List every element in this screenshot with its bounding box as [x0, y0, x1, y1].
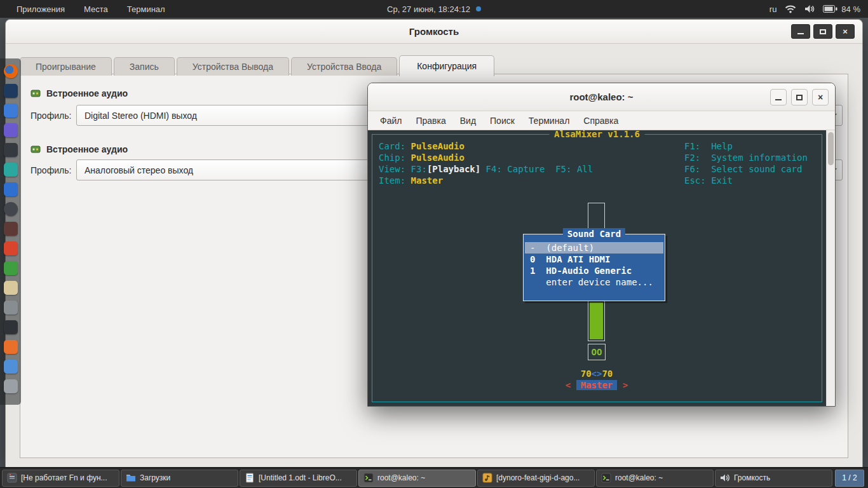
maximize-button[interactable]	[791, 89, 808, 105]
tab-recording[interactable]: Запись	[114, 57, 175, 76]
minimize-button[interactable]	[791, 24, 810, 39]
dock-games-icon[interactable]	[4, 202, 18, 216]
menu-search[interactable]: Поиск	[483, 113, 522, 128]
device-row: Встроенное аудио	[31, 144, 128, 154]
alsamixer-title: AlsaMixer v1.1.6	[549, 130, 645, 140]
system-tray: ru 84 %	[770, 4, 868, 14]
scrollbar-thumb[interactable]	[828, 132, 834, 165]
sound-card-option-enter-name[interactable]: enter device name...	[525, 276, 663, 288]
close-button[interactable]: ×	[812, 89, 829, 105]
help-esc: Esc: Exit	[684, 175, 808, 186]
dock-audio-icon[interactable]	[4, 301, 18, 315]
top-panel: Приложения Места Терминал Ср, 27 июня, 1…	[0, 0, 868, 18]
menu-file[interactable]: Файл	[373, 113, 409, 128]
terminal-icon	[601, 473, 611, 483]
dock-video-icon[interactable]	[4, 320, 18, 334]
maximize-button[interactable]	[813, 24, 832, 39]
dock-pdf-icon[interactable]	[4, 241, 18, 255]
view-active-mode: [Playback]	[427, 164, 480, 174]
minimize-button[interactable]	[770, 89, 787, 105]
battery-icon	[823, 5, 837, 13]
dock-document-icon[interactable]	[4, 360, 18, 374]
taskbar-button-terminal-2[interactable]: root@kaleo: ~	[596, 470, 714, 487]
dock-mail-icon[interactable]	[4, 123, 18, 137]
clock[interactable]: Ср, 27 июня, 18:24:12	[387, 4, 481, 14]
battery-percent: 84 %	[841, 4, 860, 14]
taskbar-button-browser[interactable]: [Не работает Fn и фун...	[2, 470, 119, 487]
dock-software-icon[interactable]	[4, 104, 18, 118]
keyboard-layout-indicator[interactable]: ru	[770, 4, 777, 14]
terminal-titlebar[interactable]: root@kaleo: ~ ×	[368, 83, 835, 111]
browser-page-icon	[7, 473, 17, 483]
terminal-appmenu[interactable]: Терминал	[119, 1, 173, 17]
menu-terminal[interactable]: Терминал	[522, 113, 576, 128]
menu-view[interactable]: Вид	[453, 113, 483, 128]
dock-firefox-icon[interactable]	[4, 64, 18, 78]
applications-menu[interactable]: Приложения	[9, 1, 72, 17]
battery-indicator[interactable]: 84 %	[823, 4, 860, 14]
sound-card-icon	[31, 88, 41, 98]
profile-label: Профиль:	[31, 111, 71, 121]
dock-notes-icon[interactable]	[4, 379, 18, 393]
dock-writer-icon[interactable]	[4, 182, 18, 196]
tab-output-devices[interactable]: Устройства Вывода	[177, 57, 289, 76]
volume-indicator-icon[interactable]	[804, 4, 815, 13]
volume-window-titlebar[interactable]: Громкость ×	[6, 20, 862, 44]
tab-input-devices[interactable]: Устройства Ввода	[291, 57, 397, 76]
taskbar-button-downloads[interactable]: Загрузки	[121, 470, 238, 487]
close-button[interactable]: ×	[836, 24, 855, 39]
tab-configuration[interactable]: Конфигурация	[399, 55, 494, 76]
dock-vlc-icon[interactable]	[4, 340, 18, 354]
taskbar-button-volume[interactable]: Громкость	[715, 470, 832, 487]
channel-name: Master	[576, 380, 618, 390]
item-label: Item:	[379, 175, 411, 186]
view-key: F3:	[411, 164, 427, 174]
view-other-modes: F4: Capture F5: All	[480, 164, 593, 174]
selected-channel: < Master >	[552, 379, 641, 391]
terminal-scrollbar[interactable]	[826, 130, 835, 406]
channel-right-arrow: >	[623, 380, 628, 390]
volume-window-controls: ×	[791, 24, 855, 39]
dock-chat-icon[interactable]	[4, 163, 18, 177]
dock-photos-icon[interactable]	[4, 143, 18, 157]
terminal-window: root@kaleo: ~ × Файл Правка Вид Поиск Те…	[367, 83, 836, 407]
terminal-menubar: Файл Правка Вид Поиск Терминал Справка	[368, 111, 835, 130]
card-value: PulseAudio	[411, 141, 465, 151]
volume-left: 70	[581, 369, 592, 379]
menu-edit[interactable]: Правка	[409, 113, 452, 128]
sound-card-option-1[interactable]: 1 HD-Audio Generic	[525, 265, 663, 276]
device-name: Встроенное аудио	[46, 144, 128, 154]
channel-left-arrow: <	[566, 380, 571, 390]
writer-document-icon	[245, 473, 255, 483]
sound-card-option-0[interactable]: 0 HDA ATI HDMI	[525, 254, 663, 265]
mute-state-box: OO	[588, 344, 606, 360]
view-label: View:	[379, 164, 411, 174]
help-f2: F2: System information	[684, 152, 808, 163]
terminal-icon	[363, 473, 374, 483]
sound-card-dialog-title: Sound Card	[563, 228, 625, 240]
taskbar-button-audio-file[interactable]: [dynoro-feat-gigi-d-ago...	[477, 470, 595, 487]
tab-playback[interactable]: Проигрывание	[20, 57, 112, 76]
dock-spreadsheet-icon[interactable]	[4, 261, 18, 275]
card-label: Card:	[379, 141, 411, 151]
taskbar-button-libreoffice[interactable]: [Untitled 1.odt - LibreO...	[240, 470, 357, 487]
places-menu[interactable]: Места	[76, 1, 116, 17]
menu-help[interactable]: Справка	[576, 113, 625, 128]
taskbar-button-label: [dynoro-feat-gigi-d-ago...	[496, 473, 580, 482]
workspace-pager[interactable]: 1 / 2	[835, 470, 864, 487]
volume-levels: 70<>70	[552, 368, 641, 379]
volume-tabs: Проигрывание Запись Устройства Вывода Ус…	[20, 55, 496, 76]
alsamixer-info: Card: PulseAudio Chip: PulseAudio View: …	[379, 140, 593, 186]
profile-label: Профиль:	[31, 165, 71, 175]
dock-archive-icon[interactable]	[4, 281, 18, 295]
taskbar-button-terminal-active[interactable]: root@kaleo: ~	[358, 470, 476, 487]
sound-card-option-default[interactable]: - (default)	[525, 242, 663, 254]
balance-separator: <>	[592, 369, 602, 379]
wifi-icon[interactable]	[785, 4, 796, 13]
taskbar-button-label: root@kaleo: ~	[615, 473, 663, 482]
terminal-screen[interactable]: AlsaMixer v1.1.6 Card: PulseAudio Chip: …	[368, 130, 826, 406]
volume-right: 70	[602, 369, 613, 379]
help-f6: F6: Select sound card	[684, 163, 808, 175]
dock-terminal-icon[interactable]	[4, 84, 18, 98]
dock-image-editor-icon[interactable]	[4, 222, 18, 236]
